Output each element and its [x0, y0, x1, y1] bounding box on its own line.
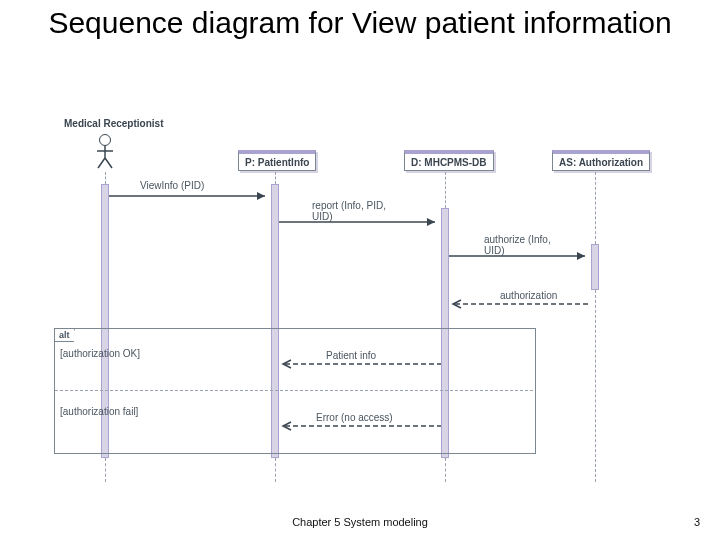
- svg-marker-5: [257, 192, 265, 200]
- slide: Sequence diagram for View patient inform…: [0, 0, 720, 540]
- message-label-patient-info: Patient info: [326, 350, 376, 361]
- arrow-icon: [109, 190, 271, 202]
- text: report (Info, PID,: [312, 200, 386, 211]
- lifeline-dash: [275, 172, 276, 184]
- message-label-viewinfo: ViewInfo (PID): [140, 180, 204, 191]
- guard-ok: [authorization OK]: [60, 348, 140, 359]
- message-label-authorization: authorization: [500, 290, 557, 301]
- activation-bar: [591, 244, 599, 290]
- svg-marker-9: [577, 252, 585, 260]
- sequence-diagram: Medical Receptionist P: PatientInfo D: M…: [50, 118, 670, 488]
- lifeline-patientinfo: P: PatientInfo: [238, 150, 316, 171]
- lifeline-dash: [105, 172, 106, 184]
- page-number: 3: [694, 516, 700, 528]
- lifeline-dash: [275, 458, 276, 482]
- svg-line-3: [105, 158, 112, 168]
- message-label-error: Error (no access): [316, 412, 393, 423]
- lifeline-dash: [105, 458, 106, 482]
- actor-label: Medical Receptionist: [64, 118, 163, 129]
- svg-marker-7: [427, 218, 435, 226]
- alt-operator-label: alt: [54, 328, 75, 342]
- lifeline-dash: [595, 172, 596, 244]
- lifeline-mhcpms-db: D: MHCPMS-DB: [404, 150, 494, 171]
- lifeline-dash: [445, 458, 446, 482]
- lifeline-authorization: AS: Authorization: [552, 150, 650, 171]
- alt-fragment: [54, 328, 536, 454]
- text: UID): [312, 211, 333, 222]
- footer-text: Chapter 5 System modeling: [0, 516, 720, 528]
- message-label-report: report (Info, PID, UID): [312, 200, 386, 222]
- slide-title: Sequence diagram for View patient inform…: [0, 6, 720, 41]
- alt-divider: [55, 390, 533, 391]
- lifeline-dash: [445, 172, 446, 208]
- lifeline-dash: [595, 290, 596, 482]
- text: UID): [484, 245, 505, 256]
- actor-stick-icon: [95, 134, 115, 170]
- svg-line-2: [98, 158, 105, 168]
- guard-fail: [authorization fail]: [60, 406, 138, 417]
- text: authorize (Info,: [484, 234, 551, 245]
- message-label-authorize: authorize (Info, UID): [484, 234, 551, 256]
